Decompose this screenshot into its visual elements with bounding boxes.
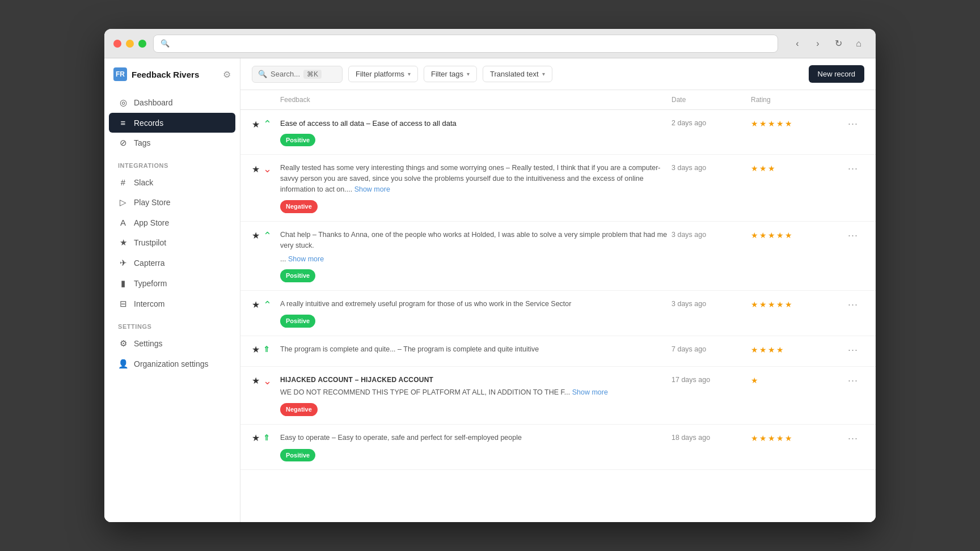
- sidebar-item-slack[interactable]: # Slack: [109, 172, 235, 192]
- star-icon: ★: [785, 231, 792, 240]
- sidebar-logo: FR Feedback Rivers ⚙: [104, 67, 240, 92]
- star-icon: ★: [768, 164, 775, 173]
- feedback-body: A really intuitive and extremely useful …: [280, 299, 671, 310]
- feedback-content: Chat help – Thanks to Anna, one of the p…: [280, 230, 671, 282]
- sentiment-down-icon: ⌄: [263, 163, 272, 175]
- feedback-body: WE DO NOT RECOMMEND THIS TYPE OF PLATFOR…: [280, 387, 671, 398]
- star-button[interactable]: ★: [252, 119, 260, 130]
- app-logo-text: Feedback Rivers: [132, 70, 199, 79]
- sidebar-item-org-settings[interactable]: 👤 Organization settings: [109, 354, 235, 374]
- feedback-content: Really tested has some very interesting …: [280, 163, 671, 213]
- star-icon: ★: [768, 119, 775, 128]
- sidebar-item-label: Play Store: [134, 198, 171, 207]
- table-row: ★ ⌃ Chat help – Thanks to Anna, one of t…: [240, 222, 876, 291]
- sidebar-item-label: Intercom: [134, 299, 164, 308]
- sidebar-item-app-store[interactable]: A App Store: [109, 213, 235, 232]
- row-actions: ★ ⌄: [252, 163, 280, 175]
- sidebar-item-settings[interactable]: ⚙ Settings: [109, 333, 235, 354]
- feedback-date: 2 days ago: [671, 118, 751, 127]
- sidebar-item-typeform[interactable]: ▮ Typeform: [109, 273, 235, 294]
- feedback-content: Ease of access to all data – Ease of acc…: [280, 118, 671, 146]
- star-button[interactable]: ★: [252, 433, 260, 443]
- trustpilot-icon: ★: [118, 238, 128, 248]
- star-icon: ★: [785, 300, 792, 309]
- star-button[interactable]: ★: [252, 375, 260, 386]
- feedback-date: 18 days ago: [671, 433, 751, 442]
- translated-text-button[interactable]: Translated text ▾: [483, 66, 552, 82]
- row-actions: ★ ⌄: [252, 375, 280, 387]
- sentiment-up-icon: ⌃: [263, 230, 272, 242]
- header-more: [842, 96, 864, 104]
- feedback-rating: ★ ★ ★ ★ ★: [751, 299, 842, 309]
- tags-icon: ⊘: [118, 138, 128, 148]
- feedback-rating: ★: [751, 375, 842, 385]
- show-more-link[interactable]: Show more: [288, 255, 324, 263]
- row-actions: ★ ⌃: [252, 230, 280, 242]
- sidebar-item-trustpilot[interactable]: ★ Trustpilot: [109, 232, 235, 253]
- show-more-link[interactable]: Show more: [572, 388, 608, 396]
- header-rating: Rating: [751, 96, 842, 104]
- feedback-body: The program is complete and quite... – T…: [280, 344, 671, 355]
- more-options-button[interactable]: ···: [842, 344, 864, 356]
- sidebar: FR Feedback Rivers ⚙ ◎ Dashboard ≡ Recor…: [104, 58, 240, 522]
- star-icon: ★: [751, 231, 758, 240]
- star-icon: ★: [751, 345, 758, 354]
- table-header: Feedback Date Rating: [240, 90, 876, 110]
- filter-platforms-button[interactable]: Filter platforms ▾: [348, 66, 418, 82]
- more-options-button[interactable]: ···: [842, 375, 864, 387]
- star-icon: ★: [776, 300, 784, 309]
- browser-nav: ‹ › ↻ ⌂: [789, 36, 867, 52]
- star-icon: ★: [759, 119, 767, 128]
- sidebar-item-label: Settings: [134, 339, 163, 348]
- row-actions: ★ ⌃: [252, 118, 280, 130]
- show-more-link[interactable]: Show more: [354, 185, 390, 193]
- records-table: Feedback Date Rating ★ ⌃ Ease of access …: [240, 90, 876, 522]
- sidebar-item-records[interactable]: ≡ Records: [109, 113, 235, 133]
- settings-gear-icon[interactable]: ⚙: [223, 69, 231, 80]
- sidebar-item-intercom[interactable]: ⊟ Intercom: [109, 294, 235, 314]
- refresh-button[interactable]: ↻: [830, 36, 846, 52]
- forward-button[interactable]: ›: [810, 36, 826, 52]
- more-options-button[interactable]: ···: [842, 163, 864, 175]
- star-button[interactable]: ★: [252, 230, 260, 241]
- back-button[interactable]: ‹: [789, 36, 805, 52]
- new-record-button[interactable]: New record: [809, 65, 864, 83]
- maximize-button[interactable]: [138, 40, 146, 48]
- sentiment-badge: Positive: [280, 134, 315, 147]
- address-bar[interactable]: 🔍: [153, 35, 778, 53]
- search-icon: 🔍: [160, 39, 170, 48]
- row-actions: ★ ⌃: [252, 299, 280, 311]
- feedback-content: The program is complete and quite... – T…: [280, 344, 671, 358]
- star-button[interactable]: ★: [252, 299, 260, 310]
- feedback-date: 7 days ago: [671, 344, 751, 353]
- org-icon: 👤: [118, 359, 128, 369]
- star-icon: ★: [768, 231, 775, 240]
- feedback-content: Easy to operate – Easy to operate, safe …: [280, 433, 671, 461]
- more-options-button[interactable]: ···: [842, 433, 864, 444]
- header-actions: [252, 96, 280, 104]
- more-options-button[interactable]: ···: [842, 230, 864, 241]
- star-button[interactable]: ★: [252, 164, 260, 175]
- search-box[interactable]: 🔍 Search... ⌘K: [252, 66, 343, 83]
- filter-tags-button[interactable]: Filter tags ▾: [424, 66, 477, 82]
- chevron-down-icon: ▾: [408, 71, 411, 77]
- star-icon: ★: [751, 300, 758, 309]
- sidebar-item-label: Typeform: [134, 279, 167, 288]
- sidebar-item-play-store[interactable]: ▷ Play Store: [109, 192, 235, 213]
- more-options-button[interactable]: ···: [842, 118, 864, 130]
- star-icon: ★: [759, 345, 767, 354]
- close-button[interactable]: [113, 40, 121, 48]
- home-button[interactable]: ⌂: [851, 36, 867, 52]
- row-actions: ★ ⇑: [252, 344, 280, 355]
- star-button[interactable]: ★: [252, 344, 260, 355]
- more-options-button[interactable]: ···: [842, 299, 864, 311]
- sidebar-item-tags[interactable]: ⊘ Tags: [109, 133, 235, 153]
- app-container: FR Feedback Rivers ⚙ ◎ Dashboard ≡ Recor…: [104, 58, 876, 522]
- feedback-rating: ★ ★ ★ ★ ★: [751, 433, 842, 443]
- minimize-button[interactable]: [126, 40, 134, 48]
- sidebar-item-capterra[interactable]: ✈ Capterra: [109, 253, 235, 273]
- star-icon: ★: [751, 164, 758, 173]
- search-icon: 🔍: [258, 70, 267, 78]
- sentiment-down-icon: ⌄: [263, 375, 272, 387]
- sidebar-item-dashboard[interactable]: ◎ Dashboard: [109, 92, 235, 113]
